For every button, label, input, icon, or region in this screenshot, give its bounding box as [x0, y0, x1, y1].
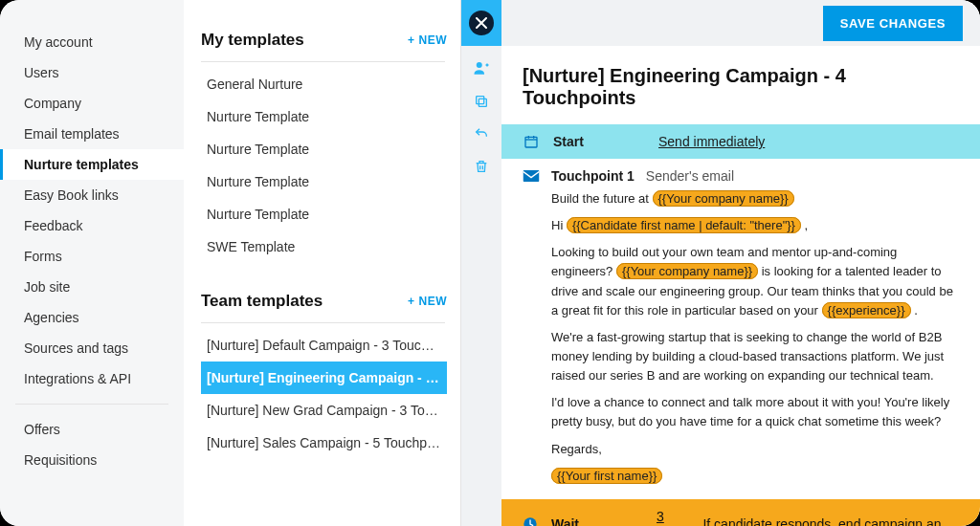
new-my-template-button[interactable]: + NEW: [408, 33, 447, 47]
p1-post: .: [911, 303, 918, 318]
svg-point-0: [477, 62, 482, 68]
sidenav-users[interactable]: Users: [0, 57, 184, 88]
touchpoint-1: Touchpoint 1 Sender's email Build the fu…: [501, 159, 980, 499]
mail-icon: [523, 169, 540, 183]
wait-row[interactable]: Wait 3 days If candidate responds, end c…: [501, 499, 980, 526]
plus-icon: +: [408, 33, 415, 47]
close-panel-button[interactable]: [461, 0, 501, 46]
team-templates-header: Team templates + NEW: [201, 284, 451, 320]
signoff-line: Regards,: [551, 440, 959, 459]
token-company-name[interactable]: {{Your company name}}: [653, 190, 794, 207]
clock-icon: [523, 516, 538, 526]
sidenav-nurture-templates[interactable]: Nurture templates: [0, 149, 184, 180]
copy-icon[interactable]: [474, 94, 489, 109]
settings-sidenav: My account Users Company Email templates…: [0, 0, 184, 526]
sidenav-agencies[interactable]: Agencies: [0, 302, 184, 333]
new-team-template-label: NEW: [419, 295, 448, 308]
assign-icon[interactable]: [473, 59, 490, 77]
token-experience[interactable]: {{experience}}: [822, 302, 911, 318]
template-content: [Nurture] Engineering Campaign - 4 Touch…: [501, 46, 980, 526]
touchpoint-1-title: Touchpoint 1: [551, 168, 635, 184]
sidenav-forms[interactable]: Forms: [0, 241, 184, 272]
my-templates-header: My templates + NEW: [201, 23, 451, 59]
svg-rect-1: [479, 99, 486, 106]
token-your-first-name[interactable]: {{Your first name}}: [551, 468, 662, 484]
touchpoint-1-body[interactable]: Build the future at {{Your company name}…: [523, 189, 959, 486]
sidenav-integrations-api[interactable]: Integrations & API: [0, 363, 184, 394]
sidenav-divider: [15, 404, 168, 405]
start-row[interactable]: Start Send immediately: [501, 124, 980, 159]
template-title: [Nurture] Engineering Campaign - 4 Touch…: [501, 46, 980, 124]
start-label: Start: [553, 134, 645, 149]
team-template-item[interactable]: [Nurture] Engineering Campaign - 4 Touch…: [201, 362, 447, 394]
divider: [201, 322, 445, 323]
app-window: My account Users Company Email templates…: [0, 0, 980, 526]
new-my-template-label: NEW: [419, 33, 448, 47]
start-value[interactable]: Send immediately: [658, 134, 765, 149]
my-template-item[interactable]: Nurture Template: [201, 198, 447, 230]
sidenav-company[interactable]: Company: [0, 88, 184, 119]
templates-column: My templates + NEW General Nurture Nurtu…: [184, 0, 461, 526]
svg-rect-3: [525, 137, 537, 147]
svg-rect-2: [477, 97, 484, 104]
sidenav-feedback[interactable]: Feedback: [0, 210, 184, 241]
calendar-icon: [523, 134, 540, 149]
sidenav-sources-and-tags[interactable]: Sources and tags: [0, 333, 184, 363]
my-template-item[interactable]: Nurture Template: [201, 100, 447, 133]
my-template-item[interactable]: General Nurture: [201, 68, 447, 100]
plus-icon: +: [408, 295, 415, 308]
new-team-template-button[interactable]: + NEW: [408, 295, 447, 308]
save-changes-button[interactable]: SAVE CHANGES: [823, 6, 963, 41]
divider: [201, 61, 445, 62]
close-icon: [469, 11, 494, 35]
sidenav-requisitions[interactable]: Requisitions: [0, 445, 184, 475]
body-paragraph: I'd love a chance to connect and talk mo…: [551, 393, 959, 431]
my-templates-heading: My templates: [201, 31, 304, 50]
body-paragraph: We're a fast-growing startup that is see…: [551, 328, 959, 385]
sidenav-job-site[interactable]: Job site: [0, 272, 184, 302]
svg-rect-4: [523, 170, 540, 182]
team-template-item[interactable]: [Nurture] Sales Campaign - 5 Touchpoints: [201, 427, 447, 459]
sidenav-easy-book-links[interactable]: Easy Book links: [0, 180, 184, 210]
subject-pre: Build the future at: [551, 191, 653, 206]
template-detail-panel: SAVE CHANGES [Nurture] Engineering Campa…: [461, 0, 980, 526]
touchpoint-1-subtitle: Sender's email: [646, 168, 734, 184]
team-templates-heading: Team templates: [201, 292, 323, 311]
token-company-name[interactable]: {{Your company name}}: [616, 263, 758, 279]
hi-post: ,: [801, 218, 808, 232]
team-template-item[interactable]: [Nurture] Default Campaign - 3 Touchpoin…: [201, 329, 447, 362]
token-candidate-first-name[interactable]: {{Candidate first name | default: "there…: [567, 217, 801, 233]
wait-condition: If candidate responds, end campaign and …: [702, 516, 959, 526]
my-template-item[interactable]: Nurture Template: [201, 133, 447, 165]
my-template-item[interactable]: SWE Template: [201, 230, 447, 263]
detail-action-rail: [461, 46, 501, 526]
wait-label: Wait: [551, 516, 643, 526]
wait-value[interactable]: 3 days: [657, 509, 689, 526]
my-template-item[interactable]: Nurture Template: [201, 165, 447, 198]
sidenav-email-templates[interactable]: Email templates: [0, 119, 184, 149]
delete-icon[interactable]: [474, 159, 489, 174]
undo-icon[interactable]: [474, 126, 489, 142]
sidenav-offers[interactable]: Offers: [0, 414, 184, 445]
team-template-item[interactable]: [Nurture] New Grad Campaign - 3 Touchpoi…: [201, 394, 447, 427]
sidenav-my-account[interactable]: My account: [0, 27, 184, 57]
hi-pre: Hi: [551, 218, 567, 232]
